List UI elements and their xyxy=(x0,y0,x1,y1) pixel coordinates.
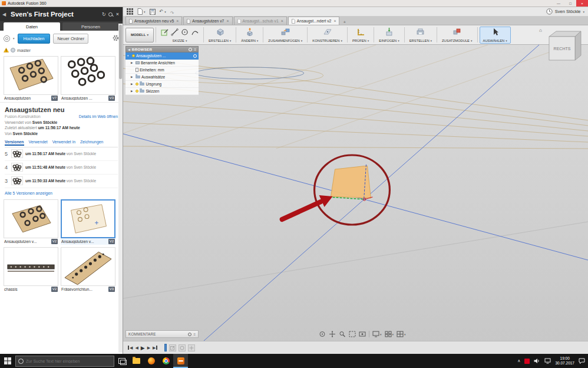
home-icon[interactable]: ⌂ xyxy=(539,28,542,33)
doc-tab[interactable]: Ansaugstutzen neu v5 × xyxy=(125,17,182,25)
undo-button[interactable]: ↶ ▾ xyxy=(160,9,166,14)
doc-tab-active[interactable]: Ansaugst...ndert v2 × xyxy=(288,17,340,25)
upload-button[interactable]: Hochladen xyxy=(18,34,51,44)
view-toggle-icon[interactable] xyxy=(4,35,10,42)
chevron-down-icon[interactable]: ▾ xyxy=(583,10,584,14)
toolbar-group-einfuegen[interactable]: EINFÜGEN▾ xyxy=(376,27,402,43)
sketch-plane[interactable] xyxy=(331,166,371,198)
grid-settings-button[interactable]: ▾ xyxy=(385,331,394,337)
fusion360-taskbar-button[interactable] xyxy=(173,354,188,368)
file-card[interactable]: Ansaugstutzen V7 xyxy=(4,56,58,101)
drag-handle-icon[interactable]: ≡ xyxy=(194,48,196,51)
new-tab-button[interactable]: + xyxy=(341,19,348,25)
file-card-selected[interactable]: Ansaugstutzen v... V2 xyxy=(61,199,115,245)
close-button[interactable]: × xyxy=(576,0,588,6)
browser-item-sketches[interactable]: ▶ Skizzen xyxy=(125,88,199,95)
drag-handle-icon[interactable]: ≡ xyxy=(193,333,196,336)
user-menu[interactable]: Sven Stöckle xyxy=(555,9,581,14)
browser-item-named-views[interactable]: ▶ Benannte Ansichten xyxy=(125,60,199,67)
toolbar-group-auswaehlen[interactable]: AUSWÄHLEN▾ xyxy=(480,27,511,44)
back-button[interactable]: ◀ xyxy=(2,12,8,17)
file-card[interactable]: Ansaugstutzen v... V2 xyxy=(4,199,58,245)
version-row[interactable]: 4 um 11:51:48 AM heute von Sven Stöckle xyxy=(5,161,118,175)
browser-item-units[interactable]: Einheiten: mm xyxy=(125,67,199,74)
scrollbar-thumb[interactable] xyxy=(119,25,122,79)
chevron-down-icon[interactable]: ▾ xyxy=(13,37,15,40)
data-panel-toggle-icon[interactable] xyxy=(127,6,133,17)
viewport[interactable]: ◀ BROWSER ≡ ▾ Ansaugstutzen ... ▶ Benann… xyxy=(123,45,588,341)
viewports-button[interactable]: ▾ xyxy=(397,331,406,337)
panel-close-icon[interactable]: × xyxy=(116,11,119,17)
version-row[interactable]: 3 um 11:50:33 AM heute von Sven Stöckle xyxy=(5,175,118,188)
create-sketch-icon[interactable] xyxy=(161,28,169,38)
file-card[interactable]: Fräsevorrichtun... V3 xyxy=(61,247,115,293)
tab-daten[interactable]: Daten xyxy=(4,22,60,31)
volume-icon[interactable] xyxy=(534,356,540,366)
job-status-icon[interactable] xyxy=(546,6,553,17)
collapse-icon[interactable]: ◀ xyxy=(128,48,130,51)
pan-icon[interactable] xyxy=(329,331,336,337)
circle-tool-icon[interactable] xyxy=(181,28,189,38)
toolbar-group-pruefen[interactable]: PRÜFEN▾ xyxy=(349,27,372,43)
tab-versionen[interactable]: Versionen xyxy=(5,140,24,146)
step-back-button[interactable]: ◀ xyxy=(135,346,138,350)
tray-chevron-up-icon[interactable]: ∧ xyxy=(517,359,520,363)
play-button[interactable]: ▶ xyxy=(141,345,145,351)
line-tool-icon[interactable] xyxy=(171,28,179,38)
spline-tool-icon[interactable] xyxy=(191,28,199,38)
look-at-icon[interactable] xyxy=(359,331,366,337)
tab-verwendet-in[interactable]: Verwendet in xyxy=(52,140,75,146)
timeline-feature-move[interactable] xyxy=(188,344,195,351)
toolbar-group-skizze[interactable]: SKIZZE▾ xyxy=(158,27,201,43)
refresh-icon[interactable]: ↻ xyxy=(102,12,106,17)
expand-icon[interactable]: ▶ xyxy=(131,83,134,86)
browser-header[interactable]: ◀ BROWSER ≡ xyxy=(125,46,199,52)
toolbar-group-zusammenfuegen[interactable]: ZUSAMMENFÜGEN▾ xyxy=(265,27,305,43)
expand-icon[interactable]: ▾ xyxy=(127,54,130,57)
tab-verwendet[interactable]: Verwendet xyxy=(29,140,48,146)
go-to-start-button[interactable]: ◀ xyxy=(128,346,133,350)
file-explorer-button[interactable] xyxy=(129,354,144,368)
timeline-feature-sketch[interactable] xyxy=(169,344,176,351)
breadcrumb-label[interactable]: master xyxy=(17,48,31,53)
toolbar-group-aendern[interactable]: ÄNDERN▾ xyxy=(238,27,261,43)
visibility-bulb-icon[interactable] xyxy=(136,83,138,86)
save-icon[interactable] xyxy=(150,6,156,17)
tray-app-icon[interactable] xyxy=(524,359,530,364)
data-panel-scrollbar[interactable] xyxy=(118,24,123,353)
doc-tab[interactable]: Ansaugstutzen v7 × xyxy=(183,17,232,25)
start-button[interactable] xyxy=(0,354,15,368)
network-icon[interactable] xyxy=(544,356,551,366)
task-view-button[interactable] xyxy=(114,354,129,368)
expand-icon[interactable]: ▶ xyxy=(131,75,134,78)
toolbar-group-zusatzmodule[interactable]: ZUSATZMODULE▾ xyxy=(439,27,475,43)
toolbar-group-konstruieren[interactable]: KONSTRUIEREN▾ xyxy=(309,27,345,43)
fit-view-icon[interactable] xyxy=(349,331,356,337)
show-all-versions-link[interactable]: Alle 5 Versionen anzeigen xyxy=(5,191,118,195)
close-tab-icon[interactable]: × xyxy=(176,19,179,23)
orbit-icon[interactable] xyxy=(319,331,326,337)
details-web-link[interactable]: Details im Web öffnen xyxy=(79,114,118,119)
zoom-icon[interactable] xyxy=(339,331,346,337)
new-folder-button[interactable]: Neuer Ordner xyxy=(53,34,88,44)
taskbar-clock[interactable]: 19:00 30.07.2017 xyxy=(555,356,574,366)
search-icon[interactable] xyxy=(108,12,113,17)
toolbar-group-make[interactable]: ERSTELLEN▾ xyxy=(407,27,435,43)
viewcube[interactable]: ⌂ RECHTS xyxy=(540,27,586,66)
browser-item-origin[interactable]: ▶ Ursprung xyxy=(125,81,199,88)
comments-bar[interactable]: KOMMENTARE ≡ xyxy=(125,330,199,338)
workspace-selector[interactable]: MODELL ▾ xyxy=(125,28,154,42)
close-tab-icon[interactable]: × xyxy=(333,19,336,23)
chrome-button[interactable] xyxy=(158,354,173,368)
timeline-feature-sketch[interactable] xyxy=(179,344,186,351)
tab-zeichnungen[interactable]: Zeichnungen xyxy=(80,140,103,146)
file-card[interactable]: chassis V2 xyxy=(4,247,58,293)
doc-tab[interactable]: Ansaugst...schub v1 × xyxy=(234,17,287,25)
maximize-button[interactable]: □ xyxy=(564,0,576,6)
firefox-button[interactable] xyxy=(144,354,158,368)
close-tab-icon[interactable]: × xyxy=(226,19,229,23)
action-center-icon[interactable] xyxy=(579,356,585,366)
timeline-position-marker[interactable] xyxy=(164,344,167,351)
visibility-bulb-icon[interactable] xyxy=(136,90,138,93)
viewcube-face-label[interactable]: RECHTS xyxy=(554,47,571,51)
